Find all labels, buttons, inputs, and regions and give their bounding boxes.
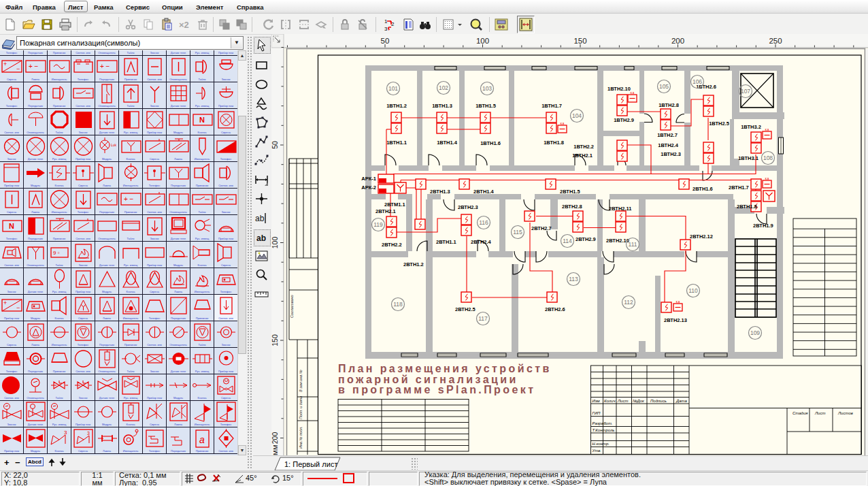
svg-text:50: 50 — [381, 37, 390, 45]
svg-text:Колич: Колич — [604, 399, 616, 403]
svg-text:Luk: Luk — [111, 143, 117, 147]
svg-text:1ВТН1.7: 1ВТН1.7 — [541, 103, 562, 109]
svg-text:250: 250 — [769, 37, 782, 45]
svg-text:ab: ab — [255, 214, 265, 223]
svg-text:1ВТН1.8: 1ВТН1.8 — [544, 140, 564, 146]
svg-text:115: 115 — [513, 229, 522, 236]
svg-text:1: Первый лист: 1: Первый лист — [284, 460, 337, 468]
svg-text:117: 117 — [478, 315, 488, 322]
svg-text:114: 114 — [563, 238, 572, 244]
svg-text:1ВТН2.2: 1ВТН2.2 — [573, 144, 594, 150]
svg-text:2ВТН1.2: 2ВТН1.2 — [403, 261, 424, 268]
svg-text:N: N — [9, 222, 14, 230]
svg-text:1ВТН2.10: 1ВТН2.10 — [607, 86, 631, 92]
svg-text:Н.контр.: Н.контр. — [592, 442, 610, 446]
svg-text:1ВТН1.1: 1ВТН1.1 — [386, 140, 407, 146]
svg-text:ab: ab — [256, 233, 266, 243]
svg-text:103: 103 — [482, 85, 492, 92]
svg-text:150: 150 — [271, 334, 279, 346]
svg-text:3: 3 — [64, 430, 67, 436]
svg-text:План размещения устройств: План размещения устройств — [338, 363, 552, 374]
svg-text:9 ▫: 9 ▫ — [53, 250, 60, 256]
svg-text:2ВТН1.7: 2ВТН1.7 — [729, 184, 749, 191]
svg-text:3: 3 — [384, 26, 388, 31]
svg-text:2ВТН2.12: 2ВТН2.12 — [690, 233, 713, 240]
svg-text:ГИП: ГИП — [592, 411, 601, 415]
svg-text:Разработ.: Разработ. — [592, 421, 613, 425]
svg-text:−: − — [16, 65, 20, 72]
svg-text:1ВТН2.8: 1ВТН2.8 — [658, 102, 679, 108]
svg-text:2ВТН2.2: 2ВТН2.2 — [382, 242, 402, 248]
svg-text:2ВТН1.8: 2ВТН1.8 — [737, 204, 757, 210]
svg-text:2ВТН1.5: 2ВТН1.5 — [560, 189, 580, 195]
svg-text:2ВТН1.6: 2ВТН1.6 — [692, 186, 713, 192]
svg-text:+ −: + − — [124, 195, 134, 203]
svg-text:1ВТН2.7: 1ВТН2.7 — [657, 132, 678, 138]
svg-text:112: 112 — [624, 299, 633, 306]
svg-text:1ВТН1.3: 1ВТН1.3 — [432, 103, 452, 109]
svg-text:Утв.: Утв. — [592, 449, 602, 453]
svg-text:−: − — [16, 304, 20, 311]
svg-text:150: 150 — [573, 37, 586, 45]
svg-text:×2: ×2 — [179, 20, 189, 30]
svg-text:Стадия: Стадия — [792, 411, 808, 415]
svg-text:2ВТН2.8: 2ВТН2.8 — [562, 204, 582, 210]
svg-text:2ВТН2.6: 2ВТН2.6 — [545, 306, 565, 312]
svg-text:107: 107 — [741, 88, 750, 95]
svg-text:к.а: к.а — [631, 91, 635, 95]
svg-text:2ВТН2.9: 2ВТН2.9 — [575, 236, 596, 242]
svg-text:№Док: №Док — [633, 399, 645, 403]
svg-text:1ВТН1.4: 1ВТН1.4 — [437, 140, 458, 146]
svg-text:к.а: к.а — [765, 128, 769, 131]
svg-text:N: N — [199, 116, 205, 124]
svg-text:1ВТН3.2: 1ВТН3.2 — [741, 124, 761, 130]
svg-text:к.а: к.а — [676, 300, 680, 304]
svg-text:100: 100 — [476, 37, 489, 45]
svg-text:1ВТН2.1: 1ВТН2.1 — [572, 152, 592, 159]
svg-text:Дата: Дата — [675, 399, 687, 403]
svg-text:1ВТН2.9: 1ВТН2.9 — [614, 117, 634, 123]
svg-text:2ВТН2.10: 2ВТН2.10 — [606, 238, 629, 244]
svg-text:Лист: Лист — [617, 399, 628, 403]
svg-text:1ВТН2.5: 1ВТН2.5 — [709, 120, 729, 127]
svg-text:+: + — [3, 299, 7, 306]
svg-text:2ВТН1.3: 2ВТН1.3 — [430, 189, 450, 195]
svg-text:100: 100 — [271, 237, 279, 249]
svg-text:АРК-2: АРК-2 — [361, 184, 376, 191]
svg-text:1ВТН1.2: 1ВТН1.2 — [386, 103, 407, 109]
svg-text:1ВТН3.1: 1ВТН3.1 — [738, 155, 758, 161]
svg-text:Согласовано: Согласовано — [290, 295, 294, 318]
svg-text:111: 111 — [629, 241, 637, 248]
svg-text:Подп. и дата: Подп. и дата — [299, 396, 303, 419]
svg-text:2ВТН2.1: 2ВТН2.1 — [375, 208, 396, 214]
svg-text:1ВТН1.6: 1ВТН1.6 — [480, 140, 501, 146]
svg-text:Изм: Изм — [592, 399, 600, 403]
svg-text:2ВТН2.3: 2ВТН2.3 — [458, 204, 478, 210]
svg-text:113: 113 — [569, 276, 578, 282]
svg-text:200: 200 — [271, 432, 279, 444]
svg-text:200: 200 — [671, 37, 684, 45]
svg-text:2ВТМ1.1: 2ВТМ1.1 — [384, 201, 405, 208]
svg-text:+ −: + − — [29, 63, 39, 70]
svg-text:мм: мм — [271, 444, 279, 455]
svg-text:1ВТН1.5: 1ВТН1.5 — [475, 103, 496, 109]
svg-text:109: 109 — [750, 329, 760, 336]
svg-text:АРК-1: АРК-1 — [361, 176, 376, 182]
svg-text:2ВТН2.4: 2ВТН2.4 — [471, 239, 492, 245]
svg-text:108: 108 — [763, 155, 773, 161]
svg-text:3: 3 — [87, 431, 90, 436]
svg-text:2ВТН2.5: 2ВТН2.5 — [455, 306, 475, 312]
svg-text:Листов: Листов — [837, 411, 853, 415]
svg-text:1ВТН2.3: 1ВТН2.3 — [661, 151, 681, 157]
svg-text:102: 102 — [439, 84, 448, 91]
svg-text:116: 116 — [479, 219, 488, 226]
svg-text:50: 50 — [271, 141, 279, 149]
svg-text:2ВТН1.1: 2ВТН1.1 — [436, 239, 456, 245]
svg-text:105: 105 — [659, 83, 669, 90]
svg-text:119: 119 — [373, 221, 383, 228]
svg-text:к.а: к.а — [765, 177, 769, 180]
svg-text:2ВТН1.9: 2ВТН1.9 — [753, 223, 773, 229]
svg-text:В зам.инв.№: В зам.инв.№ — [299, 370, 303, 392]
svg-text:Т.Контроль: Т.Контроль — [592, 428, 615, 432]
svg-text:в программе sPlan.Проект: в программе sPlan.Проект — [338, 384, 535, 395]
